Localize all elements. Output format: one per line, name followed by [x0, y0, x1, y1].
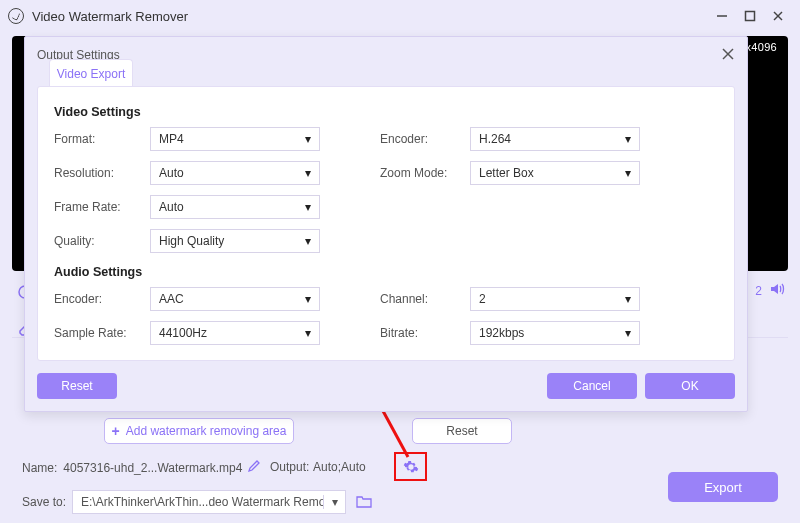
reset-main-button[interactable]: Reset — [412, 418, 512, 444]
tab-video-export[interactable]: Video Export — [49, 59, 133, 87]
close-button[interactable] — [764, 4, 792, 28]
save-to-label: Save to: — [22, 495, 66, 509]
chevron-down-icon[interactable]: ▾ — [323, 495, 345, 509]
name-label: Name: — [22, 461, 57, 475]
zoom-select[interactable]: Letter Box▾ — [470, 161, 640, 185]
export-button[interactable]: Export — [668, 472, 778, 502]
chevron-down-icon: ▾ — [625, 166, 631, 180]
dialog-ok-button[interactable]: OK — [645, 373, 735, 399]
channel-label: Channel: — [380, 292, 470, 306]
chevron-down-icon: ▾ — [305, 132, 311, 146]
encoder-label: Encoder: — [380, 132, 470, 146]
add-watermark-area-button[interactable]: + Add watermark removing area — [104, 418, 294, 444]
titlebar: Video Watermark Remover — [0, 0, 800, 32]
channel-select[interactable]: 2▾ — [470, 287, 640, 311]
open-folder-icon[interactable] — [356, 494, 372, 511]
output-settings-button[interactable] — [394, 452, 427, 481]
chevron-down-icon: ▾ — [625, 132, 631, 146]
side-number: 2 — [755, 284, 762, 298]
dialog-reset-button[interactable]: Reset — [37, 373, 117, 399]
app-logo-icon — [8, 8, 24, 24]
bitrate-label: Bitrate: — [380, 326, 470, 340]
plus-icon: + — [112, 423, 120, 439]
chevron-down-icon: ▾ — [305, 234, 311, 248]
edit-name-icon[interactable] — [248, 460, 260, 475]
video-settings-heading: Video Settings — [54, 105, 718, 119]
right-controls: 2 — [755, 282, 786, 299]
svg-rect-1 — [746, 12, 755, 21]
chevron-down-icon: ▾ — [305, 326, 311, 340]
app-title: Video Watermark Remover — [32, 9, 188, 24]
framerate-label: Frame Rate: — [54, 200, 150, 214]
save-to-select[interactable]: E:\ArkThinker\ArkThin...deo Watermark Re… — [72, 490, 346, 514]
dialog-cancel-button[interactable]: Cancel — [547, 373, 637, 399]
audio-encoder-select[interactable]: AAC▾ — [150, 287, 320, 311]
output-value: Auto;Auto — [312, 457, 392, 479]
bitrate-select[interactable]: 192kbps▾ — [470, 321, 640, 345]
sample-rate-select[interactable]: 44100Hz▾ — [150, 321, 320, 345]
minimize-button[interactable] — [708, 4, 736, 28]
add-area-label: Add watermark removing area — [126, 424, 287, 438]
audio-encoder-label: Encoder: — [54, 292, 150, 306]
output-settings-dialog: Output Settings Video Export Video Setti… — [24, 36, 748, 412]
dialog-close-button[interactable] — [721, 47, 735, 64]
encoder-select[interactable]: H.264▾ — [470, 127, 640, 151]
audio-settings-heading: Audio Settings — [54, 265, 718, 279]
resolution-label: Resolution: — [54, 166, 150, 180]
settings-panel: Video Settings Format: MP4▾ Encoder: H.2… — [37, 86, 735, 361]
chevron-down-icon: ▾ — [305, 200, 311, 214]
framerate-select[interactable]: Auto▾ — [150, 195, 320, 219]
maximize-button[interactable] — [736, 4, 764, 28]
sample-rate-label: Sample Rate: — [54, 326, 150, 340]
output-label: Output: — [270, 460, 309, 474]
name-value: 4057316-uhd_2...Watermark.mp4 — [63, 461, 242, 475]
zoom-label: Zoom Mode: — [380, 166, 470, 180]
format-select[interactable]: MP4▾ — [150, 127, 320, 151]
save-to-value: E:\ArkThinker\ArkThin...deo Watermark Re… — [73, 495, 323, 509]
quality-label: Quality: — [54, 234, 150, 248]
chevron-down-icon: ▾ — [625, 292, 631, 306]
speaker-icon[interactable] — [770, 282, 786, 299]
quality-select[interactable]: High Quality▾ — [150, 229, 320, 253]
chevron-down-icon: ▾ — [305, 292, 311, 306]
chevron-down-icon: ▾ — [625, 326, 631, 340]
chevron-down-icon: ▾ — [305, 166, 311, 180]
resolution-select[interactable]: Auto▾ — [150, 161, 320, 185]
format-label: Format: — [54, 132, 150, 146]
